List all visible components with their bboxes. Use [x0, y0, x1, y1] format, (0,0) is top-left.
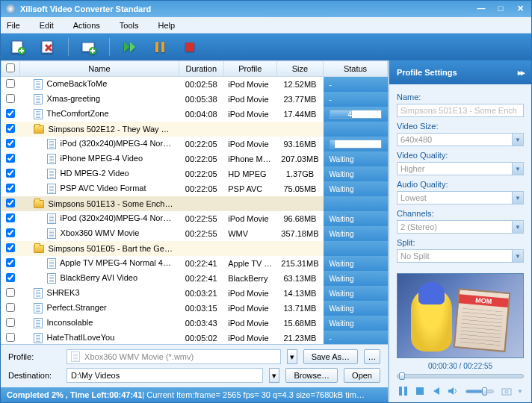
- channels-select[interactable]: 2 (Stereo)▼: [397, 220, 524, 234]
- row-checkbox[interactable]: [6, 94, 15, 103]
- profile-label: Profile:: [8, 352, 61, 361]
- file-icon: [47, 184, 56, 194]
- browse-button[interactable]: Browse…: [285, 368, 338, 383]
- pause-button[interactable]: [150, 37, 170, 57]
- table-row[interactable]: Xbox360 WMV Movie00:22:55WMV357.18MBWait…: [1, 226, 388, 241]
- group-row[interactable]: Simpsons 501E13 - Some Enchant…: [1, 196, 388, 211]
- row-size: [276, 196, 323, 211]
- maximize-button[interactable]: □: [494, 4, 507, 14]
- preview-player[interactable]: [397, 273, 524, 358]
- row-checkbox[interactable]: [6, 303, 15, 312]
- destination-dropdown-button[interactable]: ▾: [269, 368, 279, 383]
- col-profile[interactable]: Profile: [223, 61, 276, 77]
- prev-frame-button[interactable]: [430, 384, 443, 398]
- profile-more-button[interactable]: …: [364, 349, 380, 364]
- name-field[interactable]: Simpsons 501E13 - Some Ench: [397, 104, 524, 117]
- row-status: Waiting: [324, 286, 388, 301]
- remove-button[interactable]: [38, 37, 58, 57]
- table-row[interactable]: Inconsolable00:03:43iPod Movie15.68MBWai…: [1, 316, 388, 331]
- table-row[interactable]: ComeBackToMe00:02:58iPod Movie12.52MB-: [1, 77, 388, 93]
- save-as-button[interactable]: Save As…: [303, 349, 358, 364]
- seek-slider[interactable]: [397, 374, 524, 378]
- table-row[interactable]: HD MPEG-2 Video00:22:05HD MPEG1.37GBWait…: [1, 166, 388, 181]
- destination-field[interactable]: D:\My Videos: [66, 368, 263, 383]
- row-size: 1.37GB: [276, 166, 323, 181]
- play-pause-button[interactable]: [397, 384, 410, 398]
- check-all[interactable]: [6, 63, 15, 72]
- svg-rect-6: [161, 42, 164, 52]
- row-checkbox[interactable]: [6, 318, 15, 327]
- table-row[interactable]: HateThatILoveYou00:05:02iPod Movie21.23M…: [1, 331, 388, 344]
- row-checkbox[interactable]: [6, 288, 15, 297]
- row-size: 13.71MB: [276, 301, 323, 316]
- volume-slider[interactable]: [466, 390, 494, 393]
- row-checkbox[interactable]: [6, 139, 15, 148]
- col-status[interactable]: Status: [324, 61, 388, 77]
- table-row[interactable]: Xmas-greeting00:05:38iPod Movie23.77MB-: [1, 92, 388, 107]
- row-checkbox[interactable]: [6, 154, 15, 163]
- menu-help[interactable]: Help: [158, 21, 175, 30]
- row-status: Waiting: [324, 211, 388, 226]
- table-row[interactable]: iPod (320x240)MPEG-4 Normal00:22:55iPod …: [1, 211, 388, 226]
- row-duration: 00:03:15: [179, 301, 223, 316]
- collapse-panel-icon[interactable]: ▸▸: [518, 68, 524, 78]
- row-checkbox[interactable]: [6, 258, 15, 267]
- table-row[interactable]: TheComfortZone00:04:08iPod Movie17.44MB4…: [1, 107, 388, 122]
- row-checkbox[interactable]: [6, 199, 15, 207]
- row-checkbox[interactable]: [6, 124, 15, 133]
- audio-quality-select[interactable]: Lowest▼: [397, 191, 524, 204]
- video-quality-select[interactable]: Higher▼: [397, 162, 524, 175]
- start-button[interactable]: [120, 37, 140, 57]
- menu-edit[interactable]: Edit: [40, 21, 54, 30]
- table-row[interactable]: iPod (320x240)MPEG-4 Normal00:22:05iPod …: [1, 137, 388, 151]
- row-size: 14.13MB: [276, 286, 323, 301]
- open-button[interactable]: Open: [344, 368, 380, 383]
- file-table[interactable]: Name Duration Profile Size Status ComeBa…: [1, 60, 388, 344]
- group-row[interactable]: Simpsons 502E12 - They Way We …: [1, 122, 388, 137]
- menu-file[interactable]: File: [7, 21, 20, 30]
- chevron-down-icon: ▼: [512, 192, 523, 204]
- row-checkbox[interactable]: [6, 333, 15, 342]
- split-select[interactable]: No Split▼: [397, 249, 524, 263]
- file-icon: [47, 213, 56, 224]
- col-size[interactable]: Size: [276, 61, 323, 77]
- col-name[interactable]: Name: [20, 61, 179, 77]
- minimize-button[interactable]: —: [474, 4, 488, 14]
- row-checkbox[interactable]: [6, 109, 15, 118]
- player-stop-button[interactable]: [413, 384, 427, 398]
- menu-tools[interactable]: Tools: [120, 21, 139, 30]
- app-title: Xilisoft Video Converter Standard: [20, 4, 151, 13]
- snapshot-menu-button[interactable]: ▼: [516, 384, 524, 398]
- volume-icon[interactable]: [446, 384, 460, 398]
- chevron-down-icon: ▼: [512, 250, 523, 262]
- profile-settings-header: Profile Settings ▸▸: [389, 60, 531, 84]
- table-row[interactable]: SHREK300:03:21iPod Movie14.13MBWaiting: [1, 286, 388, 301]
- add-file-button[interactable]: [8, 37, 28, 57]
- add-profile-button[interactable]: [79, 37, 99, 57]
- table-row[interactable]: Apple TV MPEG-4 Normal 480P(…00:22:41App…: [1, 256, 388, 271]
- table-row[interactable]: BlackBerry AVI Video00:22:41BlackBerry63…: [1, 271, 388, 286]
- row-checkbox[interactable]: [6, 273, 15, 282]
- profile-dropdown-button[interactable]: ▾: [287, 349, 297, 364]
- row-checkbox[interactable]: [6, 184, 15, 193]
- group-row[interactable]: Simpsons 501E05 - Bart the General: [1, 241, 388, 256]
- close-button[interactable]: ✕: [513, 4, 527, 14]
- profile-select[interactable]: Xbox360 WMV Movie (*.wmv): [66, 349, 281, 364]
- col-duration[interactable]: Duration: [179, 61, 223, 77]
- table-row[interactable]: Perfect.Stranger00:03:15iPod Movie13.71M…: [1, 301, 388, 316]
- snapshot-button[interactable]: [500, 384, 513, 398]
- row-checkbox[interactable]: [6, 79, 15, 88]
- toolbar: [1, 34, 531, 60]
- row-checkbox[interactable]: [6, 169, 15, 178]
- row-size: [276, 241, 323, 256]
- file-icon: [34, 109, 43, 119]
- menu-actions[interactable]: Actions: [73, 21, 100, 30]
- row-checkbox[interactable]: [6, 243, 15, 252]
- table-row[interactable]: PSP AVC Video Format00:22:05PSP AVC75.05…: [1, 181, 388, 196]
- row-checkbox[interactable]: [6, 228, 15, 237]
- row-checkbox[interactable]: [6, 213, 15, 222]
- table-row[interactable]: iPhone MPEG-4 Video00:22:05iPhone M…207.…: [1, 151, 388, 166]
- row-profile: iPod Movie: [223, 107, 276, 122]
- video-size-select[interactable]: 640x480▼: [397, 133, 524, 146]
- stop-button[interactable]: [180, 37, 200, 57]
